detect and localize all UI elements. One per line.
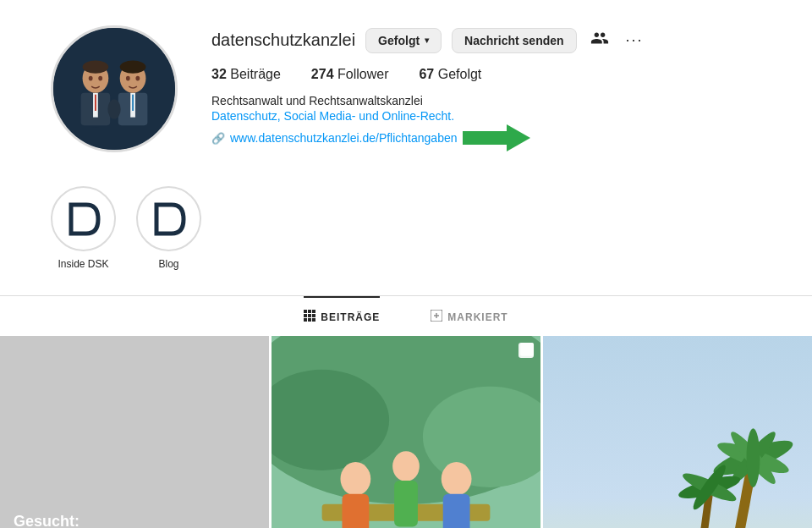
- tab-beitrage[interactable]: BEITRÄGE: [304, 296, 380, 336]
- stats-row: 32 Beiträge 274 Follower 67 Gefolgt: [211, 67, 761, 82]
- link-icon: 🔗: [211, 132, 225, 145]
- svg-point-48: [746, 428, 760, 487]
- svg-rect-24: [308, 314, 311, 317]
- grid-icon: [304, 310, 315, 324]
- svg-rect-20: [304, 310, 307, 313]
- svg-rect-21: [308, 310, 311, 313]
- bio-link-row: 🔗 www.datenschutzkanzlei.de/Pflichtangab…: [211, 124, 761, 151]
- post-1-inner: Gesucht:Senior LegalConsultant (m/w/x)Da…: [0, 336, 269, 528]
- tabs-row: BEITRÄGE MARKIERT: [0, 296, 812, 336]
- blog-logo-icon: [148, 198, 190, 240]
- tab-beitrage-label: BEITRÄGE: [321, 311, 380, 323]
- svg-rect-25: [312, 314, 315, 317]
- add-person-icon: [590, 34, 609, 51]
- svg-rect-23: [304, 314, 307, 317]
- avatar: [51, 25, 178, 152]
- profile-section: datenschutzkanzlei Gefolgt ▾ Nachricht s…: [0, 0, 812, 169]
- svg-point-16: [107, 99, 120, 118]
- posts-count: 32: [211, 67, 227, 81]
- svg-point-6: [83, 60, 109, 73]
- bio-subtitle: Rechtsanwalt und Rechtsanwaltskanzlei: [211, 94, 761, 107]
- post-2-image: [272, 336, 540, 528]
- svg-point-39: [442, 462, 472, 496]
- svg-rect-38: [394, 481, 418, 527]
- followers-stat[interactable]: 274 Follower: [311, 67, 389, 82]
- gefolgt-label: Gefolgt: [378, 34, 420, 47]
- avatar-container: [51, 25, 178, 152]
- following-count: 67: [419, 67, 434, 81]
- posts-label: Beiträge: [230, 67, 281, 81]
- post-3-image: [543, 336, 812, 528]
- highlight-circle-inside-dsk: [51, 186, 116, 251]
- highlight-item-blog[interactable]: Blog: [136, 186, 201, 270]
- tab-markiert[interactable]: MARKIERT: [431, 296, 508, 336]
- highlight-label-blog: Blog: [158, 258, 178, 270]
- posts-stat: 32 Beiträge: [211, 67, 281, 82]
- website-link[interactable]: www.datenschutzkanzlei.de/Pflichtangaben: [230, 131, 458, 145]
- add-person-button[interactable]: [587, 25, 612, 55]
- svg-marker-17: [463, 124, 530, 151]
- svg-point-14: [126, 76, 130, 81]
- svg-rect-36: [342, 494, 369, 528]
- highlight-label-inside-dsk: Inside DSK: [58, 258, 108, 270]
- svg-point-7: [89, 76, 93, 81]
- more-options-button[interactable]: ···: [623, 28, 647, 52]
- profile-info: datenschutzkanzlei Gefolgt ▾ Nachricht s…: [211, 25, 761, 151]
- avatar-image: [53, 25, 175, 152]
- more-icon: ···: [626, 31, 644, 48]
- nachricht-button[interactable]: Nachricht senden: [452, 28, 576, 53]
- post-3-inner: [543, 336, 812, 528]
- username: datenschutzkanzlei: [211, 30, 355, 50]
- bio-description: Datenschutz, Social Media- und Online-Re…: [211, 109, 761, 123]
- followers-label: Follower: [337, 67, 388, 81]
- svg-point-8: [98, 76, 102, 81]
- tab-markiert-label: MARKIERT: [447, 311, 508, 323]
- posts-grid: Gesucht:Senior LegalConsultant (m/w/x)Da…: [0, 336, 812, 528]
- bio-section: Rechtsanwalt und Rechtsanwaltskanzlei Da…: [211, 94, 761, 151]
- svg-rect-40: [443, 494, 470, 528]
- nachricht-label: Nachricht senden: [464, 34, 563, 47]
- following-stat[interactable]: 67 Gefolgt: [419, 67, 481, 82]
- highlights-section: Inside DSK Blog: [0, 169, 812, 278]
- svg-point-13: [120, 60, 146, 73]
- followers-count: 274: [311, 67, 334, 81]
- post-item-3[interactable]: [543, 336, 812, 528]
- post-item-1[interactable]: Gesucht:Senior LegalConsultant (m/w/x)Da…: [0, 336, 269, 528]
- following-label: Gefolgt: [438, 67, 482, 81]
- green-arrow-annotation: [463, 124, 530, 151]
- svg-rect-22: [312, 310, 315, 313]
- svg-rect-42: [543, 336, 812, 528]
- dsk-logo-icon: [63, 198, 105, 240]
- post-2-inner: [272, 336, 540, 528]
- chevron-down-icon: ▾: [425, 36, 429, 45]
- highlight-circle-blog: [136, 186, 201, 251]
- svg-rect-4: [95, 95, 96, 111]
- svg-point-15: [135, 76, 140, 81]
- svg-point-35: [340, 462, 370, 496]
- svg-rect-28: [312, 318, 315, 322]
- tag-icon: [431, 310, 442, 324]
- post-item-2[interactable]: [272, 336, 540, 528]
- multi-photo-indicator: [518, 343, 534, 358]
- gefolgt-button[interactable]: Gefolgt ▾: [365, 28, 442, 53]
- svg-point-37: [392, 451, 420, 481]
- svg-rect-11: [132, 95, 134, 111]
- highlight-item-inside-dsk[interactable]: Inside DSK: [51, 186, 116, 270]
- post-1-text: Gesucht:Senior LegalConsultant (m/w/x)Da…: [14, 512, 150, 528]
- svg-rect-27: [308, 318, 311, 322]
- profile-header-row: datenschutzkanzlei Gefolgt ▾ Nachricht s…: [211, 25, 761, 55]
- svg-rect-26: [304, 318, 307, 322]
- svg-point-0: [53, 28, 175, 150]
